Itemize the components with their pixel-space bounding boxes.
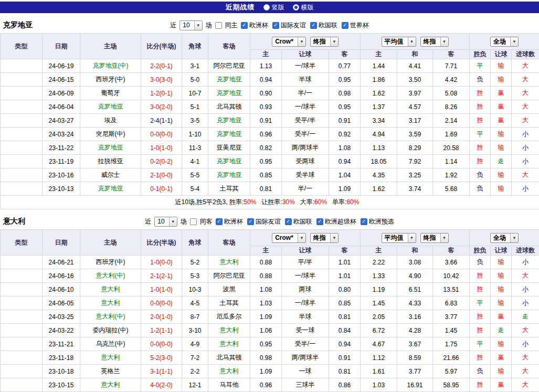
match-row: 欧洲杯23-10-16威尔士2-1(0-0)5-5克罗地亚0.85受半球1.04…: [1, 168, 539, 182]
summary-part: 让胜率:: [261, 198, 282, 206]
match-date: 24-06-19: [43, 59, 80, 73]
match-date: 23-11-21: [43, 337, 80, 351]
match-date: 24-06-16: [43, 269, 80, 283]
matches-label: 场: [206, 21, 212, 30]
result-handicap: 赢: [491, 114, 512, 128]
competition-filter[interactable]: ✓欧洲杯: [216, 217, 243, 226]
home-team: 委内瑞拉(中): [80, 324, 141, 337]
same-venue-checkbox[interactable]: [215, 22, 222, 29]
team-section-croatia: 克罗地亚 近 10 ▼ 场 同主 ✓欧洲杯✓国际友谊✓欧国联✓世界杯 类型 日期: [0, 19, 539, 209]
radio-icon: [263, 4, 270, 10]
competition-filter[interactable]: ✓国际友谊: [247, 217, 281, 226]
result-outcome: 平: [470, 337, 491, 351]
match-row: 欧洲杯23-10-15意大利4-0(2-0)12-1马耳他0.96三球半0.86…: [1, 378, 539, 392]
result-outcome: 胜: [470, 114, 491, 128]
match-count-select[interactable]: 10 ▼: [179, 20, 202, 30]
competition-filter[interactable]: ✓欧国联: [285, 217, 312, 226]
match-row: 欧洲杯23-10-13克罗地亚0-1(0-1)5-4土耳其0.81半/一1.09…: [1, 182, 539, 196]
avg-draw-odds: 4.41: [397, 59, 433, 73]
corner-count: 5-4: [182, 182, 208, 196]
subcol-handicap-result: 让球: [491, 50, 512, 59]
avg-away-odds: 3.77: [433, 310, 470, 324]
match-date: 24-06-04: [43, 100, 80, 114]
crown-handicap-line: 半球: [282, 73, 329, 87]
bookmaker-select[interactable]: Crow* ▼: [272, 233, 306, 243]
checkbox-checked-icon[interactable]: ✓: [272, 22, 279, 29]
final-odds-select[interactable]: 终指 ▼: [420, 233, 449, 243]
crown-handicap-line: 受半/一: [282, 337, 329, 351]
scope-select[interactable]: 全场 ▼: [490, 233, 519, 243]
crown-handicap-line: 半/一: [282, 87, 329, 100]
avg-home-odds: 1.03: [361, 378, 397, 392]
home-team: 西班牙(中): [80, 73, 141, 87]
match-row: 欧洲杯23-11-21乌克兰(中)0-0(0-0)4-9意大利0.95受半/一0…: [1, 337, 539, 351]
avg-home-odds: 2.05: [361, 310, 397, 324]
match-row: 国际友谊24-03-24突尼斯(中)0-0(0-0)1-10克罗地亚0.96受半…: [1, 128, 539, 141]
avg-draw-odds: 3.50: [397, 73, 433, 87]
competition-type: 欧洲杯: [1, 168, 43, 182]
competition-type: 国际友谊: [1, 114, 43, 128]
checkbox-checked-icon[interactable]: ✓: [316, 218, 323, 225]
competition-label: 欧洲预选: [369, 217, 394, 226]
result-goals: 小: [512, 337, 539, 351]
scope-select[interactable]: 全场 ▼: [490, 37, 519, 47]
competition-filter[interactable]: ✓世界杯: [342, 21, 369, 30]
average-odds-select[interactable]: 平均值 ▼: [382, 233, 416, 243]
competition-filter[interactable]: ✓欧洲预选: [361, 217, 394, 226]
checkbox-checked-icon[interactable]: ✓: [247, 218, 254, 225]
layout-radio-vertical[interactable]: 竖版: [263, 3, 284, 12]
match-date: 24-06-10: [43, 283, 80, 296]
average-odds-select[interactable]: 平均值 ▼: [382, 37, 416, 47]
same-venue-label: 同客: [200, 217, 213, 226]
bookmaker-select[interactable]: Crow* ▼: [272, 37, 306, 47]
avg-away-odds: 1.75: [433, 337, 470, 351]
competition-type: 欧洲杯: [1, 256, 43, 269]
result-outcome: 胜: [470, 351, 491, 365]
subcol-outcome: 胜负: [470, 246, 491, 256]
competition-filter[interactable]: ✓欧国联: [310, 21, 337, 30]
filter-row: 克罗地亚 近 10 ▼ 场 同主 ✓欧洲杯✓国际友谊✓欧国联✓世界杯: [0, 19, 539, 31]
avg-home-odds: 1.62: [361, 87, 397, 100]
home-team: 克罗地亚: [80, 182, 141, 196]
average-odds-select-value: 平均值: [385, 37, 408, 46]
crown-handicap-line: 两/两球半: [282, 141, 329, 155]
avg-away-odds: 5.68: [433, 182, 470, 196]
match-row: 欧洲杯24-06-19克罗地亚(中)2-2(0-1)3-1阿尔巴尼亚1.13一/…: [1, 59, 539, 73]
match-row: 欧洲杯23-11-22克罗地亚1-0(1-0)11-3亚美尼亚0.82两/两球半…: [1, 141, 539, 155]
checkbox-checked-icon[interactable]: ✓: [241, 22, 248, 29]
corner-count: 10-7: [182, 87, 208, 100]
match-count-select[interactable]: 10 ▼: [154, 217, 177, 227]
checkbox-checked-icon[interactable]: ✓: [285, 218, 292, 225]
final-odds-select[interactable]: 终指 ▼: [420, 37, 449, 47]
competition-label: 欧洲杯: [224, 217, 243, 226]
competition-filter[interactable]: ✓国际友谊: [272, 21, 306, 30]
competition-type: 欧洲杯: [1, 365, 43, 378]
corner-count: 3-1: [182, 59, 208, 73]
chevron-down-icon: ▼: [169, 217, 177, 226]
avg-away-odds: 1.45: [433, 324, 470, 337]
crown-away-odds: 0.81: [329, 365, 361, 378]
competition-filters: ✓欧洲杯✓国际友谊✓欧国联✓世界杯: [241, 21, 369, 30]
away-team: 意大利: [208, 256, 250, 269]
checkbox-checked-icon[interactable]: ✓: [361, 218, 367, 225]
same-venue-checkbox[interactable]: [190, 218, 197, 225]
home-team: 意大利: [80, 351, 141, 365]
crown-away-odds: 0.91: [329, 114, 361, 128]
crown-home-odds: 0.98: [250, 351, 282, 365]
checkbox-checked-icon[interactable]: ✓: [310, 22, 317, 29]
competition-filter[interactable]: ✓欧洲杯: [241, 21, 268, 30]
final-odds-select[interactable]: 终指 ▼: [310, 233, 339, 243]
crown-away-odds: 0.80: [329, 283, 361, 296]
layout-radio-horizontal[interactable]: 横版: [293, 3, 314, 12]
competition-filter[interactable]: ✓欧洲超级杯: [316, 217, 356, 226]
final-odds-select[interactable]: 终指 ▼: [310, 37, 339, 47]
scope-select-value: 全场: [493, 37, 510, 46]
summary-part: 50%: [244, 198, 256, 206]
competition-type: 欧洲杯: [1, 73, 43, 87]
checkbox-checked-icon[interactable]: ✓: [342, 22, 348, 29]
topbar: 近期战绩 竖版 横版: [0, 2, 539, 13]
avg-away-odds: 5.97: [433, 365, 470, 378]
subcol-crown-away: 客: [329, 246, 361, 256]
checkbox-checked-icon[interactable]: ✓: [216, 218, 223, 225]
crown-home-odds: 1.09: [250, 310, 282, 324]
